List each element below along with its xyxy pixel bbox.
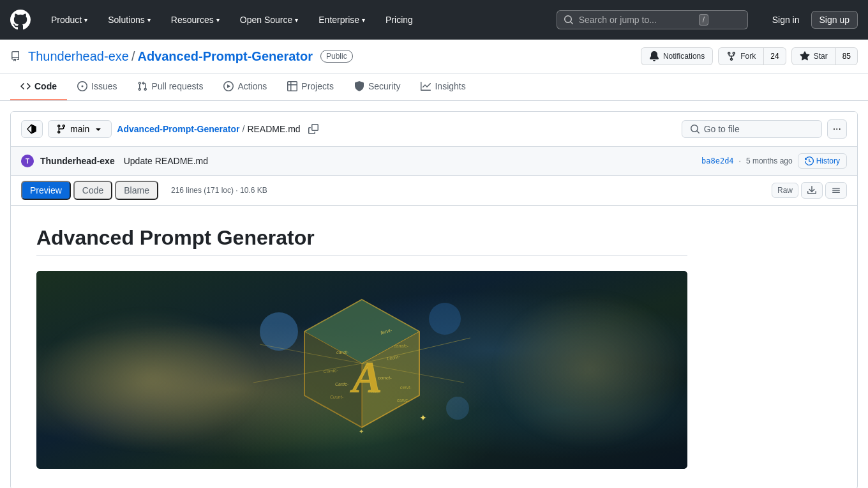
sidebar-icon bbox=[27, 124, 37, 134]
breadcrumb-file: README.md bbox=[247, 124, 300, 134]
search-icon bbox=[564, 15, 574, 25]
pull-request-icon bbox=[137, 81, 147, 91]
cloud-right bbox=[492, 291, 687, 449]
tab-pr-label: Pull requests bbox=[151, 81, 203, 91]
signup-button[interactable]: Sign up bbox=[811, 11, 858, 29]
chevron-down-icon: ▾ bbox=[216, 17, 220, 24]
history-label: History bbox=[816, 156, 840, 165]
star-button[interactable]: Star bbox=[791, 47, 836, 65]
tab-security-label: Security bbox=[368, 81, 401, 91]
chevron-down-icon: ▾ bbox=[295, 17, 298, 24]
search-icon bbox=[690, 124, 700, 134]
svg-text:Cartfc-: Cartfc- bbox=[335, 382, 349, 386]
nav-enterprise[interactable]: Enterprise ▾ bbox=[313, 12, 370, 27]
nav-opensource[interactable]: Open Source ▾ bbox=[235, 12, 304, 27]
play-icon bbox=[223, 81, 234, 91]
commit-message: Update README.md bbox=[124, 156, 208, 166]
tab-actions[interactable]: Actions bbox=[213, 73, 277, 100]
visibility-badge: Public bbox=[320, 50, 353, 63]
avatar: T bbox=[21, 155, 34, 167]
tab-blame[interactable]: Blame bbox=[115, 181, 158, 200]
svg-text:candt-: candt- bbox=[336, 350, 349, 355]
goto-file-label: Go to file bbox=[704, 124, 740, 134]
nav-pricing[interactable]: Pricing bbox=[380, 12, 418, 27]
svg-text:✦: ✦ bbox=[419, 413, 427, 423]
svg-text:carvc: carvc bbox=[397, 398, 408, 402]
chevron-down-icon: ▾ bbox=[84, 17, 87, 24]
commit-dot: · bbox=[739, 156, 741, 165]
download-button[interactable] bbox=[801, 182, 823, 199]
chevron-down-icon bbox=[93, 124, 103, 134]
fork-button[interactable]: Fork bbox=[718, 47, 764, 65]
commit-sha[interactable]: ba8e2d4 bbox=[701, 156, 734, 165]
search-input[interactable] bbox=[579, 15, 694, 25]
notifications-button[interactable]: Notifications bbox=[641, 47, 713, 65]
more-options-button[interactable]: ··· bbox=[827, 119, 847, 139]
cloud-left bbox=[36, 310, 264, 449]
star-count[interactable]: 85 bbox=[835, 47, 858, 65]
readme-content: Advanced Prompt Generator A bbox=[11, 206, 713, 488]
nav-enterprise-label: Enterprise bbox=[318, 15, 359, 25]
nav-opensource-label: Open Source bbox=[240, 15, 293, 25]
nav-product-label: Product bbox=[51, 15, 82, 25]
outline-button[interactable] bbox=[825, 182, 847, 199]
repo-owner[interactable]: Thunderhead-exe bbox=[28, 49, 129, 64]
tab-insights[interactable]: Insights bbox=[410, 73, 475, 100]
fork-count[interactable]: 24 bbox=[763, 47, 786, 65]
raw-button[interactable]: Raw bbox=[772, 183, 798, 198]
sidebar-toggle-button[interactable] bbox=[21, 120, 43, 138]
commit-author[interactable]: Thunderhead-exe bbox=[40, 156, 115, 166]
star-icon bbox=[800, 51, 810, 61]
tab-pullrequests[interactable]: Pull requests bbox=[127, 73, 213, 100]
notifications-label: Notifications bbox=[663, 52, 705, 61]
svg-text:conct-: conct- bbox=[378, 375, 392, 381]
nav-product[interactable]: Product ▾ bbox=[46, 12, 93, 27]
repo-actions: Notifications Fork 24 Star 85 bbox=[641, 47, 858, 65]
tab-projects[interactable]: Projects bbox=[277, 73, 344, 100]
commit-time: 5 months ago bbox=[746, 156, 793, 165]
nav-solutions[interactable]: Solutions ▾ bbox=[103, 12, 156, 27]
tab-preview[interactable]: Preview bbox=[21, 181, 71, 200]
copy-path-button[interactable] bbox=[306, 123, 321, 135]
github-logo[interactable] bbox=[10, 10, 31, 30]
tab-issues-label: Issues bbox=[91, 81, 117, 91]
readme-image: A fervt- canafc- Lecivt- conct- cotlie c… bbox=[36, 271, 687, 469]
tab-code-label: Code bbox=[34, 81, 57, 91]
search-shortcut: / bbox=[699, 14, 708, 26]
goto-file-box[interactable]: Go to file bbox=[682, 120, 822, 138]
breadcrumb: Advanced-Prompt-Generator / README.md bbox=[117, 124, 300, 134]
breadcrumb-separator: / bbox=[243, 124, 245, 134]
file-info: 216 lines (171 loc) · 10.6 KB bbox=[171, 186, 267, 195]
history-button[interactable]: History bbox=[798, 153, 847, 169]
main-container: main Advanced-Prompt-Generator / README.… bbox=[10, 111, 858, 488]
history-icon bbox=[805, 156, 814, 165]
tab-issues[interactable]: Issues bbox=[67, 73, 127, 100]
tab-security[interactable]: Security bbox=[344, 73, 411, 100]
circle-dot-icon bbox=[77, 81, 87, 91]
fork-group: Fork 24 bbox=[718, 47, 786, 65]
svg-text:✦: ✦ bbox=[359, 428, 364, 435]
nav-resources[interactable]: Resources ▾ bbox=[166, 12, 225, 27]
commit-meta: ba8e2d4 · 5 months ago History bbox=[701, 153, 847, 169]
svg-point-1 bbox=[429, 303, 461, 335]
chevron-down-icon: ▾ bbox=[362, 17, 365, 24]
search-box: / bbox=[557, 10, 748, 29]
readme-title: Advanced Prompt Generator bbox=[36, 226, 687, 255]
branch-selector[interactable]: main bbox=[48, 120, 112, 138]
svg-text:cervt-: cervt- bbox=[400, 385, 412, 390]
tab-code[interactable]: Code bbox=[10, 73, 67, 100]
list-icon bbox=[831, 185, 841, 195]
download-icon bbox=[807, 185, 817, 195]
fork-icon bbox=[726, 51, 737, 61]
nav-pricing-label: Pricing bbox=[385, 15, 413, 25]
breadcrumb-repo-link[interactable]: Advanced-Prompt-Generator bbox=[117, 124, 239, 134]
star-group: Star 85 bbox=[791, 47, 858, 65]
repo-tabs: Code Issues Pull requests Actions bbox=[0, 73, 868, 101]
branch-icon bbox=[56, 124, 66, 134]
repo-name[interactable]: Advanced-Prompt-Generator bbox=[137, 49, 313, 64]
star-label: Star bbox=[814, 52, 828, 61]
signin-button[interactable]: Sign in bbox=[766, 11, 806, 29]
svg-text:Cuunt-: Cuunt- bbox=[330, 395, 344, 399]
chevron-down-icon: ▾ bbox=[147, 17, 151, 24]
tab-code-view[interactable]: Code bbox=[73, 181, 112, 200]
